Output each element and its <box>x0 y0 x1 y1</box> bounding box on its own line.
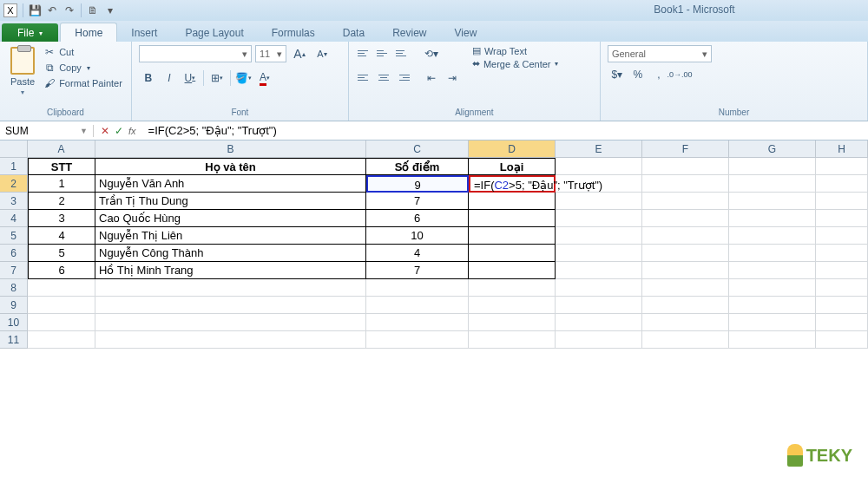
cell[interactable] <box>28 297 95 314</box>
select-all-corner[interactable] <box>0 140 28 158</box>
cell[interactable]: Số điểm <box>366 158 469 175</box>
number-format-combo[interactable]: General▾ <box>608 45 712 62</box>
cell[interactable] <box>642 279 729 297</box>
align-top-icon[interactable] <box>356 45 373 61</box>
cell[interactable] <box>469 262 556 279</box>
col-header[interactable]: A <box>28 140 95 158</box>
cell[interactable]: 1 <box>28 175 95 193</box>
cell[interactable]: STT <box>28 158 95 175</box>
cell[interactable] <box>729 297 816 314</box>
cell[interactable]: 4 <box>366 245 469 262</box>
row-header[interactable]: 10 <box>0 314 28 331</box>
cell[interactable] <box>556 279 642 297</box>
cell[interactable] <box>556 245 642 262</box>
col-header[interactable]: G <box>729 140 816 158</box>
save-icon[interactable]: 💾 <box>27 3 43 18</box>
cell[interactable]: 7 <box>366 262 469 279</box>
cell[interactable] <box>469 331 556 349</box>
tab-page-layout[interactable]: Page Layout <box>171 23 257 42</box>
cell[interactable] <box>816 314 868 331</box>
cell[interactable] <box>642 210 729 227</box>
cell[interactable]: 3 <box>28 210 95 227</box>
cell[interactable] <box>729 175 816 193</box>
cell[interactable] <box>729 331 816 349</box>
cell[interactable] <box>816 193 868 210</box>
cell[interactable] <box>642 331 729 349</box>
cell[interactable] <box>729 210 816 227</box>
increase-font-icon[interactable]: A▴ <box>290 45 309 62</box>
file-tab[interactable]: File <box>2 23 58 42</box>
name-box[interactable]: ▼ <box>0 125 94 137</box>
formula-input[interactable]: =IF(C2>5; "Đậu"; "Trượt") <box>143 124 868 137</box>
border-button[interactable]: ⊞▾ <box>207 69 227 87</box>
cell[interactable] <box>556 297 642 314</box>
print-preview-icon[interactable]: 🗎 <box>85 3 101 18</box>
fx-icon[interactable]: fx <box>128 126 136 136</box>
comma-format-icon[interactable]: , <box>649 66 668 83</box>
cell[interactable] <box>642 314 729 331</box>
cell[interactable] <box>642 245 729 262</box>
cell[interactable] <box>469 210 556 227</box>
underline-button[interactable]: U▾ <box>181 69 200 87</box>
align-center-icon[interactable] <box>375 69 392 85</box>
cell[interactable] <box>642 262 729 279</box>
cell[interactable] <box>469 245 556 262</box>
percent-format-icon[interactable]: % <box>628 66 648 83</box>
cell[interactable] <box>28 331 95 349</box>
tab-formulas[interactable]: Formulas <box>258 23 329 42</box>
chevron-down-icon[interactable]: ▼ <box>80 127 88 135</box>
font-name-combo[interactable]: ▾ <box>139 45 252 62</box>
cell[interactable] <box>729 262 816 279</box>
cell[interactable]: Họ và tên <box>95 158 366 175</box>
cell[interactable] <box>366 314 469 331</box>
cell[interactable] <box>28 279 95 297</box>
cell[interactable]: 6 <box>28 262 95 279</box>
cell[interactable] <box>642 227 729 245</box>
align-bottom-icon[interactable] <box>394 45 411 61</box>
cell[interactable] <box>366 279 469 297</box>
row-header[interactable]: 1 <box>0 158 28 175</box>
cell[interactable] <box>556 262 642 279</box>
cell[interactable]: 4 <box>28 227 95 245</box>
copy-button[interactable]: ⧉Copy▾ <box>42 61 124 75</box>
cell[interactable] <box>816 279 868 297</box>
qat-dropdown-icon[interactable]: ▾ <box>102 3 118 18</box>
tab-view[interactable]: View <box>441 23 491 42</box>
row-header[interactable]: 5 <box>0 227 28 245</box>
cell[interactable] <box>556 227 642 245</box>
cell[interactable] <box>469 227 556 245</box>
cell[interactable] <box>556 193 642 210</box>
font-color-button[interactable]: A▾ <box>255 69 274 87</box>
cell[interactable] <box>95 331 366 349</box>
row-header[interactable]: 7 <box>0 262 28 279</box>
cell[interactable] <box>729 227 816 245</box>
spreadsheet-grid[interactable]: A B C D E F G H 1 2 3 4 5 6 7 8 9 10 11 … <box>0 140 868 477</box>
col-header[interactable]: H <box>816 140 868 158</box>
undo-icon[interactable]: ↶ <box>44 3 60 18</box>
cell[interactable] <box>556 331 642 349</box>
bold-button[interactable]: B <box>139 69 158 87</box>
cut-button[interactable]: ✂Cut <box>42 45 124 59</box>
col-header[interactable]: C <box>366 140 469 158</box>
cell[interactable] <box>816 227 868 245</box>
wrap-text-button[interactable]: ▤Wrap Text <box>472 45 558 56</box>
row-header[interactable]: 6 <box>0 245 28 262</box>
cell[interactable] <box>816 262 868 279</box>
format-painter-button[interactable]: 🖌Format Painter <box>42 76 124 90</box>
align-middle-icon[interactable] <box>375 45 392 61</box>
tab-review[interactable]: Review <box>378 23 440 42</box>
cell[interactable]: 10 <box>366 227 469 245</box>
cell[interactable] <box>95 279 366 297</box>
cell[interactable] <box>729 158 816 175</box>
tab-insert[interactable]: Insert <box>117 23 171 42</box>
cell-editing[interactable]: =IF(C2>5; "Đậu"; "Trượt") <box>469 175 556 193</box>
cell[interactable] <box>729 193 816 210</box>
increase-indent-icon[interactable]: ⇥ <box>443 69 462 87</box>
cell[interactable] <box>642 193 729 210</box>
col-header[interactable]: D <box>469 140 556 158</box>
fill-color-button[interactable]: 🪣▾ <box>234 69 253 87</box>
italic-button[interactable]: I <box>160 69 179 87</box>
cell[interactable] <box>366 331 469 349</box>
decrease-indent-icon[interactable]: ⇤ <box>422 69 441 87</box>
name-box-input[interactable] <box>5 125 66 137</box>
